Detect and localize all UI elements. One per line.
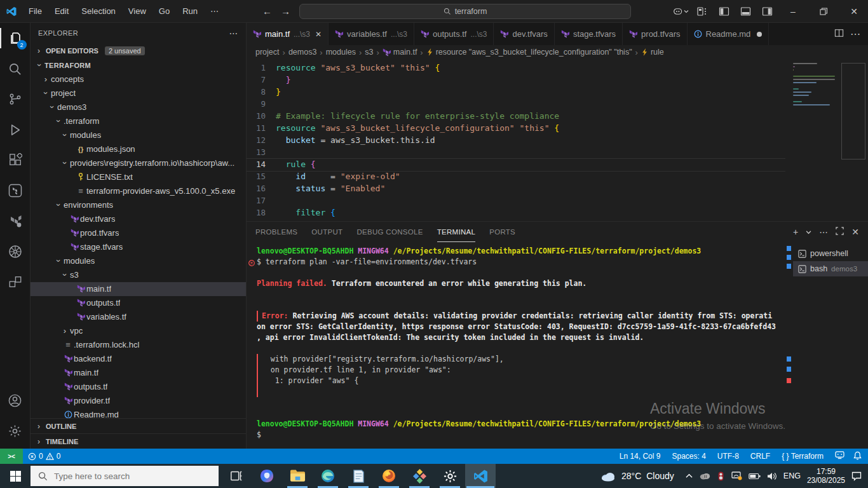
- breadcrumb-item[interactable]: demos3: [288, 48, 316, 57]
- sidebar-more-icon[interactable]: ⋯: [229, 28, 238, 38]
- command-center-search[interactable]: terraform: [299, 4, 631, 19]
- problems-status[interactable]: 0 0: [23, 452, 65, 461]
- display-connect-icon[interactable]: [731, 471, 742, 480]
- minimap-slider[interactable]: [841, 63, 865, 159]
- forward-icon[interactable]: →: [281, 6, 290, 17]
- bell-icon[interactable]: [853, 451, 862, 462]
- menu-selection[interactable]: Selection: [76, 4, 121, 18]
- tree-item-variables.tf[interactable]: variables.tf: [31, 310, 246, 324]
- menu-run[interactable]: Run: [177, 4, 203, 18]
- tree-item-main.tf[interactable]: main.tf: [31, 282, 246, 296]
- battery-icon[interactable]: [749, 473, 761, 480]
- onedrive-icon[interactable]: [699, 472, 710, 480]
- panel-tab-terminal[interactable]: TERMINAL: [437, 222, 476, 242]
- notification-center-icon[interactable]: [851, 471, 862, 481]
- activity-accounts-icon[interactable]: [0, 385, 31, 416]
- outline-section[interactable]: › OUTLINE: [31, 418, 246, 433]
- activity-terraform-cloud-icon[interactable]: [0, 206, 31, 236]
- taskbar-notepad-icon[interactable]: [343, 464, 374, 488]
- tree-item-outputs.tf[interactable]: outputs.tf: [31, 296, 246, 310]
- tree-item-providers-registry.terraform.io-hashicorp-aw...[interactable]: ›providers\registry.terraform.io\hashico…: [31, 156, 246, 170]
- clock[interactable]: 17:59 23/08/2025: [807, 467, 845, 485]
- tree-item-modules[interactable]: ›modules: [31, 128, 246, 142]
- activity-explorer-icon[interactable]: 2: [0, 23, 31, 53]
- activity-run-debug-icon[interactable]: [0, 114, 31, 145]
- panel-tab-problems[interactable]: PROBLEMS: [255, 222, 297, 242]
- taskbar-search-input[interactable]: [54, 471, 194, 481]
- start-button[interactable]: [0, 464, 31, 488]
- activity-search-icon[interactable]: [0, 53, 31, 84]
- menu-[interactable]: ⋯: [205, 4, 224, 18]
- activity-remote-explorer-icon[interactable]: [0, 267, 31, 297]
- tree-item-dev.tfvars[interactable]: dev.tfvars: [31, 212, 246, 226]
- tree-item-s3[interactable]: ›s3: [31, 268, 246, 282]
- tree-item-project[interactable]: ›project: [31, 86, 246, 100]
- terminal[interactable]: lenovo@DESKTOP-BQ5AHDH MINGW64 /e/Projec…: [247, 242, 785, 449]
- back-icon[interactable]: ←: [262, 6, 272, 17]
- tree-item-concepts[interactable]: ›concepts: [31, 72, 246, 86]
- terminal-session-powershell[interactable]: powershell: [793, 246, 868, 261]
- timeline-section[interactable]: › TIMELINE: [31, 433, 246, 449]
- tree-item-readme.md[interactable]: Readme.md: [31, 408, 246, 419]
- tree-item-stage.tfvars[interactable]: stage.tfvars: [31, 240, 246, 254]
- tree-item-demos3[interactable]: ›demos3: [31, 100, 246, 114]
- status-utf-8[interactable]: UTF-8: [717, 452, 739, 461]
- volume-icon[interactable]: [767, 472, 777, 480]
- remote-indicator-button[interactable]: ><: [0, 449, 23, 464]
- close-button[interactable]: ✕: [840, 0, 868, 23]
- open-editors-section[interactable]: › OPEN EDITORS 2 unsaved: [31, 43, 246, 58]
- customize-layout-icon[interactable]: [693, 3, 712, 20]
- panel-tab-debug-console[interactable]: DEBUG CONSOLE: [356, 222, 423, 242]
- language-indicator[interactable]: ENG: [783, 471, 801, 480]
- tree-item-outputs.tf[interactable]: outputs.tf: [31, 380, 246, 394]
- taskbar-file-explorer-icon[interactable]: [282, 464, 313, 488]
- close-tab-icon[interactable]: ✕: [315, 30, 322, 39]
- status--terraform[interactable]: { } Terraform: [782, 452, 824, 461]
- activity-settings-icon[interactable]: [0, 416, 31, 446]
- taskbar-task-view-icon[interactable]: [221, 464, 252, 488]
- tree-item-environments[interactable]: ›environments: [31, 198, 246, 212]
- panel-tab-output[interactable]: OUTPUT: [311, 222, 342, 242]
- tree-item-modules.json[interactable]: {}modules.json: [31, 142, 246, 156]
- taskbar-drawio-icon[interactable]: [404, 464, 435, 488]
- menu-file[interactable]: File: [23, 4, 48, 18]
- panel-more-icon[interactable]: ⋯: [819, 227, 828, 237]
- taskbar-copilot-icon[interactable]: [252, 464, 282, 488]
- status-crlf[interactable]: CRLF: [750, 452, 770, 461]
- toggle-sidebar-icon[interactable]: [714, 3, 733, 20]
- taskbar-settings-icon[interactable]: [435, 464, 465, 488]
- minimize-button[interactable]: –: [779, 0, 807, 23]
- breadcrumb-item[interactable]: resource "aws_s3_bucket_lifecycle_config…: [426, 48, 632, 57]
- tab-main.tf[interactable]: main.tf...\s3✕: [247, 23, 329, 45]
- taskbar-edge-icon[interactable]: [313, 464, 343, 488]
- breadcrumb-item[interactable]: modules: [326, 48, 356, 57]
- tree-item-modules[interactable]: ›modules: [31, 254, 246, 268]
- taskbar-vscode-icon[interactable]: [465, 464, 496, 488]
- menu-go[interactable]: Go: [153, 4, 175, 18]
- copilot-icon[interactable]: [671, 3, 690, 20]
- minimap[interactable]: [788, 59, 868, 221]
- tab-stage.tfvars[interactable]: stage.tfvars: [555, 23, 623, 45]
- activity-extensions-icon[interactable]: [0, 145, 31, 175]
- more-actions-icon[interactable]: ⋯: [850, 28, 860, 40]
- status-ln-14-col-9[interactable]: Ln 14, Col 9: [620, 452, 661, 461]
- tree-item-main.tf[interactable]: main.tf: [31, 366, 246, 380]
- tree-item-license.txt[interactable]: LICENSE.txt: [31, 170, 246, 184]
- taskbar-firefox-icon[interactable]: [374, 464, 404, 488]
- tray-expand-icon[interactable]: [686, 473, 693, 478]
- tree-item-vpc[interactable]: ›vpc: [31, 324, 246, 338]
- tab-outputs.tf[interactable]: outputs.tf...\s3: [414, 23, 494, 45]
- activity-kubernetes-icon[interactable]: [0, 236, 31, 267]
- split-editor-icon[interactable]: [834, 29, 844, 40]
- weather-widget[interactable]: 28°C Cloudy: [600, 470, 679, 482]
- tree-item-.terraform.lock.hcl[interactable]: ≡.terraform.lock.hcl: [31, 338, 246, 352]
- toggle-panel-icon[interactable]: [736, 3, 755, 20]
- toggle-secondary-sidebar-icon[interactable]: [757, 3, 776, 20]
- code-editor[interactable]: 1resource "aws_s3_bucket" "this" {7 }8}9…: [247, 59, 868, 221]
- tree-item-prod.tfvars[interactable]: prod.tfvars: [31, 226, 246, 240]
- security-app-icon[interactable]: [717, 471, 725, 481]
- tab-prod.tfvars[interactable]: prod.tfvars: [623, 23, 687, 45]
- breadcrumb-item[interactable]: s3: [365, 48, 373, 57]
- menu-view[interactable]: View: [123, 4, 152, 18]
- tab-readme.md[interactable]: Readme.md: [688, 23, 770, 45]
